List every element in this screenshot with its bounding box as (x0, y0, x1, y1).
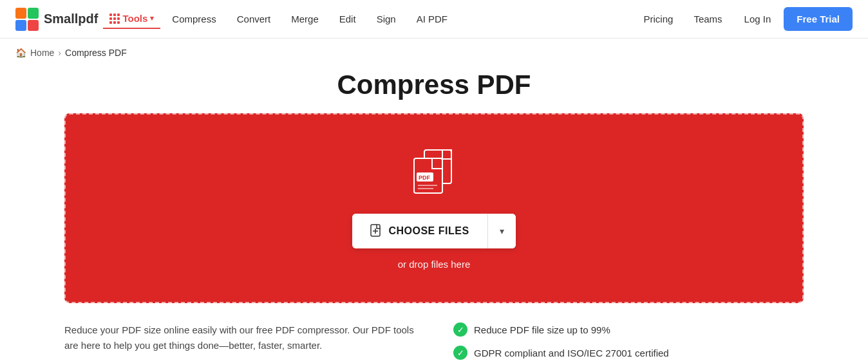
check-icon-2: ✓ (453, 346, 467, 360)
tools-button[interactable]: Tools ▾ (103, 9, 160, 29)
drop-text: or drop files here (398, 259, 471, 270)
nav-pricing[interactable]: Pricing (635, 10, 683, 28)
free-trial-button[interactable]: Free Trial (784, 7, 853, 31)
nav-compress[interactable]: Compress (163, 10, 225, 28)
svg-rect-0 (15, 8, 26, 19)
tools-label: Tools (122, 13, 147, 24)
main-nav: Compress Convert Merge Edit Sign AI PDF (163, 10, 457, 28)
tools-chevron-icon: ▾ (150, 14, 154, 23)
nav-edit[interactable]: Edit (330, 10, 365, 28)
bottom-content: Reduce your PDF size online easily with … (0, 322, 868, 360)
svg-rect-3 (28, 20, 39, 31)
pdf-illustration: PDF (405, 147, 463, 198)
drop-zone[interactable]: PDF CHOOSE FILES ▾ or (64, 113, 804, 303)
grid-icon (109, 14, 120, 24)
breadcrumb-home-link[interactable]: Home (30, 48, 54, 58)
choose-files-container: CHOOSE FILES ▾ (352, 214, 515, 248)
choose-files-label: CHOOSE FILES (388, 225, 469, 237)
pdf-files-icon: PDF (405, 147, 463, 198)
breadcrumb-current: Compress PDF (65, 48, 127, 58)
right-nav: Pricing Teams Log In Free Trial (635, 7, 853, 31)
feature-item-1: ✓ Reduce PDF file size up to 99% (453, 322, 804, 337)
svg-rect-1 (28, 8, 39, 19)
feature-text-2: GDPR compliant and ISO/IEC 27001 certifi… (474, 348, 669, 358)
breadcrumb-separator: › (58, 48, 61, 58)
feature-text-1: Reduce PDF file size up to 99% (474, 324, 610, 335)
check-icon-1: ✓ (453, 322, 467, 337)
chevron-down-icon: ▾ (500, 226, 504, 236)
feature-item-2: ✓ GDPR compliant and ISO/IEC 27001 certi… (453, 346, 804, 360)
features-list: ✓ Reduce PDF file size up to 99% ✓ GDPR … (453, 322, 804, 360)
description-text: Reduce your PDF size online easily with … (64, 322, 415, 360)
choose-files-dropdown-button[interactable]: ▾ (488, 214, 516, 248)
breadcrumb: 🏠 Home › Compress PDF (0, 39, 868, 63)
logo-link[interactable]: Smallpdf (15, 8, 98, 31)
nav-merge[interactable]: Merge (282, 10, 328, 28)
choose-files-button[interactable]: CHOOSE FILES (352, 214, 487, 248)
logo-text: Smallpdf (44, 12, 98, 26)
svg-rect-2 (15, 20, 26, 31)
svg-text:PDF: PDF (419, 174, 431, 181)
nav-teams[interactable]: Teams (684, 10, 731, 28)
nav-convert[interactable]: Convert (228, 10, 280, 28)
home-icon: 🏠 (15, 48, 26, 58)
nav-ai-pdf[interactable]: AI PDF (408, 10, 457, 28)
file-upload-icon (370, 224, 383, 238)
nav-sign[interactable]: Sign (368, 10, 405, 28)
login-button[interactable]: Log In (734, 8, 782, 30)
logo-icon (15, 8, 39, 31)
page-title: Compress PDF (0, 70, 868, 100)
drop-zone-wrapper: PDF CHOOSE FILES ▾ or (0, 113, 868, 303)
header: Smallpdf Tools ▾ Compress Convert Merge … (0, 0, 868, 39)
